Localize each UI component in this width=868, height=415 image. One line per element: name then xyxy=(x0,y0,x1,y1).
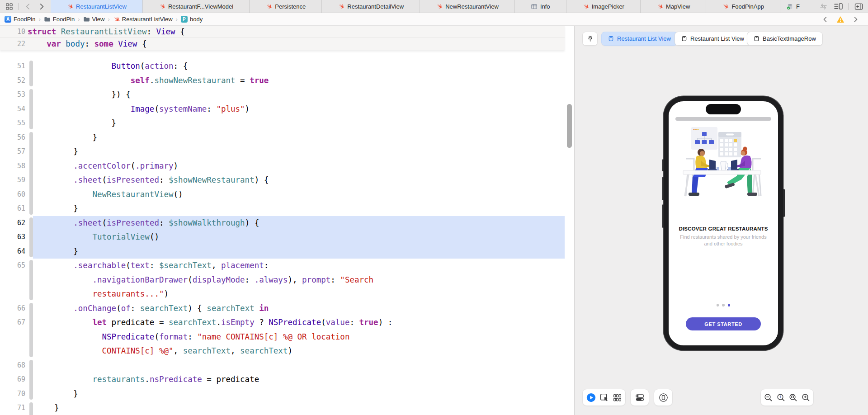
code-line-wrap[interactable]: CONTAINS[c] %@", searchText, searchText) xyxy=(0,344,565,358)
code-line-65[interactable]: 65 .searchable(text: $searchText, placem… xyxy=(0,259,565,273)
code-line-51[interactable]: 51 Button(action: { xyxy=(0,59,565,74)
warning-indicator[interactable] xyxy=(835,14,845,24)
code-line-61[interactable]: 61 } xyxy=(0,202,565,216)
code-line-66[interactable]: 66 .onChange(of: searchText) { searchTex… xyxy=(0,302,565,316)
tab-restaurantdetailview[interactable]: RestaurantDetailView xyxy=(322,0,420,13)
zoom-out-button[interactable] xyxy=(764,392,774,402)
change-ribbon xyxy=(29,202,33,216)
breadcrumb-item-body[interactable]: Pbody xyxy=(181,16,203,23)
zoom-100-button[interactable]: 1 xyxy=(776,392,786,402)
tab-f[interactable]: F xyxy=(780,0,807,13)
code-line-53[interactable]: 53 }) { xyxy=(0,88,565,102)
change-ribbon xyxy=(29,216,33,231)
onboarding-subtitle-line1: Find restaurants shared by your friends xyxy=(673,234,774,241)
tab-label: Persistence xyxy=(275,3,306,10)
tab-newrestaurantview[interactable]: NewRestaurantView xyxy=(420,0,515,13)
source-text: CONTAINS[c] %@", searchText, searchText) xyxy=(33,344,565,358)
source-text: .searchable(text: $searchText, placement… xyxy=(33,259,565,273)
code-line-wrap[interactable]: .navigationBarDrawer(displayMode: .alway… xyxy=(0,273,565,288)
source-editor[interactable]: 10struct RestaurantListView: View {22 va… xyxy=(0,26,575,415)
code-line-wrap[interactable]: restaurants...") xyxy=(0,287,565,302)
preview-pill-label: Restaurant List View xyxy=(690,35,744,42)
go-back-button[interactable] xyxy=(23,1,33,11)
tab-restaurantlistview[interactable]: RestaurantListView xyxy=(51,0,143,13)
source-text: } xyxy=(33,131,565,145)
line-number: 59 xyxy=(0,173,25,188)
tab-mapview[interactable]: MapView xyxy=(641,0,706,13)
folder-icon xyxy=(83,16,90,23)
tab-info[interactable]: Info xyxy=(515,0,566,13)
chevron-left-icon xyxy=(823,16,827,23)
go-forward-button[interactable] xyxy=(37,1,47,11)
code-line-10[interactable]: 10struct RestaurantListView: View { xyxy=(0,26,565,38)
code-line-55[interactable]: 55 } xyxy=(0,116,565,131)
pin-preview-button[interactable] xyxy=(582,32,598,46)
line-number: 22 xyxy=(0,38,25,50)
change-ribbon xyxy=(29,88,33,102)
change-ribbon xyxy=(29,145,33,159)
tab-imagepicker[interactable]: ImagePicker xyxy=(566,0,641,13)
navbar-placeholder xyxy=(675,117,771,121)
editor-options-button[interactable] xyxy=(833,1,843,11)
add-editor-button[interactable] xyxy=(854,1,863,11)
code-line-67[interactable]: 67 let predicate = searchText.isEmpty ? … xyxy=(0,316,565,330)
code-line-71[interactable]: 71 } xyxy=(0,401,565,415)
code-line-22[interactable]: 22 var body: some View { xyxy=(0,38,565,50)
code-line-69[interactable]: 69 restaurants.nsPredicate = predicate xyxy=(0,373,565,387)
code-line-62[interactable]: 62 .sheet(isPresented: $showWalkthrough)… xyxy=(0,216,565,231)
tab-label: MapView xyxy=(666,3,690,10)
device-settings-button[interactable] xyxy=(635,392,645,402)
tab-persistence[interactable]: Persistence xyxy=(250,0,322,13)
code-review-button[interactable] xyxy=(818,1,828,11)
preview-pill-restaurant-list-view-1[interactable]: Restaurant List View xyxy=(675,32,751,46)
coredata-model-icon xyxy=(787,3,793,10)
line-number xyxy=(0,287,25,302)
preview-on-device-button[interactable] xyxy=(658,392,668,402)
change-ribbon xyxy=(29,330,33,344)
breadcrumb-item-foodpin[interactable]: AFoodPin xyxy=(5,16,35,23)
preview-pill-restaurant-list-view-0[interactable]: Restaurant List View xyxy=(601,32,678,46)
code-line-70[interactable]: 70 } xyxy=(0,387,565,401)
source-text: } xyxy=(33,245,565,259)
svg-text:1: 1 xyxy=(779,394,781,399)
source-text: Button(action: { xyxy=(33,59,565,74)
chevron-left-icon xyxy=(25,3,30,10)
breadcrumb-item-restaurantlistview[interactable]: RestaurantListView xyxy=(113,16,173,23)
code-line-60[interactable]: 60 NewRestaurantView() xyxy=(0,188,565,202)
iphone-preview[interactable]: DISCOVER GREAT RESTAURANTS Find restaura… xyxy=(664,96,783,350)
code-line-56[interactable]: 56 } xyxy=(0,131,565,145)
code-line-57[interactable]: 57 } xyxy=(0,145,565,159)
tab-overview-button[interactable] xyxy=(4,1,14,11)
zoom-in-button[interactable] xyxy=(801,392,811,402)
line-number: 65 xyxy=(0,259,25,273)
code-lines: 51 Button(action: {52 self.showNewRestau… xyxy=(0,50,565,415)
code-line-58[interactable]: 58 .accentColor(.primary) xyxy=(0,159,565,174)
get-started-button[interactable]: GET STARTED xyxy=(686,317,761,330)
breadcrumb-item-foodpin[interactable]: FoodPin xyxy=(44,16,75,23)
source-text: .navigationBarDrawer(displayMode: .alway… xyxy=(33,273,565,288)
preview-pill-basictextimagerow-2[interactable]: BasicTextImageRow xyxy=(747,32,823,46)
variants-mode-button[interactable] xyxy=(612,392,622,402)
code-line-68[interactable]: 68 xyxy=(0,358,565,373)
code-line-59[interactable]: 59 .sheet(isPresented: $showNewRestauran… xyxy=(0,173,565,188)
code-line-63[interactable]: 63 TutorialView() xyxy=(0,230,565,245)
live-preview-button[interactable] xyxy=(586,392,596,402)
tab-foodpinapp[interactable]: FoodPinApp xyxy=(706,0,780,13)
previous-issue-button[interactable] xyxy=(820,14,830,24)
selectable-mode-button[interactable] xyxy=(599,392,609,402)
zoom-to-fit-button[interactable] xyxy=(788,392,798,402)
breadcrumb-label: FoodPin xyxy=(53,16,75,23)
next-issue-button[interactable] xyxy=(851,14,861,24)
change-ribbon xyxy=(29,159,33,174)
code-line-wrap[interactable]: NSPredicate(format: "name CONTAINS[c] %@… xyxy=(0,330,565,344)
code-line-54[interactable]: 54 Image(systemName: "plus") xyxy=(0,102,565,117)
code-line-64[interactable]: 64 } xyxy=(0,245,565,259)
tab-label: RestaurantF...ViewModel xyxy=(168,3,233,10)
change-ribbon xyxy=(29,287,33,302)
code-line-52[interactable]: 52 self.showNewRestaurant = true xyxy=(0,74,565,88)
sticky-scope-header: 10struct RestaurantListView: View {22 va… xyxy=(0,26,565,50)
breadcrumb-item-view[interactable]: View xyxy=(83,16,105,23)
tab-restaurantf-viewmodel[interactable]: RestaurantF...ViewModel xyxy=(143,0,250,13)
editor-scrollbar[interactable] xyxy=(567,104,572,148)
swift-file-icon xyxy=(66,3,73,10)
